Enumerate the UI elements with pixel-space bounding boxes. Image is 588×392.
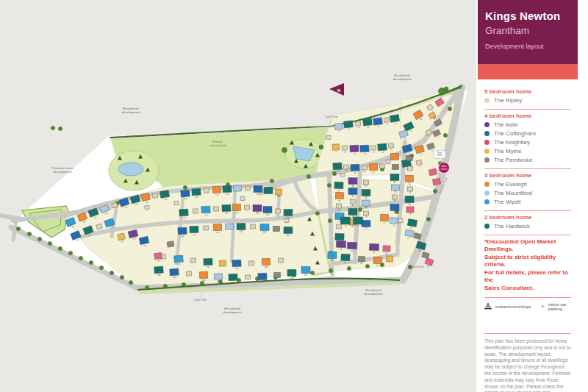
- house-type-color-dot: [484, 98, 490, 103]
- svg-text:150: 150: [181, 235, 184, 238]
- discount-note-line: *Discounted Open Market Dwellings.: [484, 238, 571, 252]
- house-plot: [284, 219, 289, 223]
- svg-text:78: 78: [392, 224, 395, 227]
- svg-text:80: 80: [340, 248, 343, 251]
- discount-note-line: Subject to strict eligibility criteria.: [484, 254, 571, 268]
- house-plot: [386, 160, 390, 164]
- legend-heading: 5 bedroom home: [484, 88, 571, 95]
- svg-text:60: 60: [337, 208, 340, 211]
- svg-text:212: 212: [207, 266, 210, 268]
- house-plot: [203, 226, 208, 230]
- house-type-color-dot: [484, 131, 490, 136]
- house-type-name: The Pembroke: [494, 157, 532, 163]
- disclaimer: This plan has been produced for home ide…: [484, 338, 571, 392]
- svg-text:53: 53: [409, 213, 412, 215]
- legend: 5 bedroom homeThe Ripley4 bedroom homeTh…: [478, 79, 578, 235]
- svg-text:208: 208: [265, 266, 268, 268]
- house-plot: [204, 188, 209, 193]
- svg-text:151: 151: [193, 233, 196, 236]
- svg-text:Cycle Path: Cycle Path: [193, 299, 206, 302]
- legend-item: The Hardwick: [484, 223, 571, 229]
- svg-text:71: 71: [365, 227, 368, 230]
- development-layout-page: 1218317164512116710827262524232221373635…: [0, 0, 588, 392]
- house-plot: [248, 261, 254, 266]
- house-type-color-dot: [484, 190, 490, 196]
- house-plot: [225, 224, 233, 229]
- svg-text:210: 210: [235, 267, 239, 270]
- svg-text:82: 82: [351, 249, 354, 252]
- house-type-name: The Aslin: [494, 121, 518, 128]
- house-plot: [233, 185, 241, 191]
- svg-text:N: N: [337, 88, 340, 93]
- svg-text:96: 96: [394, 190, 397, 193]
- house-plot: [245, 275, 250, 279]
- house-type-color-dot: [484, 224, 490, 229]
- house-type-name: The Mountford: [494, 190, 532, 196]
- house-plot: [278, 258, 283, 263]
- house-type-color-dot: [484, 157, 490, 163]
- svg-text:40: 40: [354, 171, 357, 174]
- svg-text:55: 55: [409, 191, 412, 194]
- svg-text:56: 56: [408, 182, 411, 185]
- visitor-parking-icon: +: [541, 303, 545, 310]
- house-type-color-dot: [484, 140, 490, 145]
- house-plot: [391, 154, 399, 160]
- discount-note-line: Sales Consultant.: [484, 285, 571, 292]
- svg-text:126: 126: [256, 212, 259, 215]
- house-plot: [251, 224, 256, 229]
- svg-text:138: 138: [226, 193, 229, 196]
- svg-text:143: 143: [277, 195, 281, 198]
- house-plot: [167, 241, 174, 247]
- svg-text:Potential futuredevelopment: Potential futuredevelopment: [51, 166, 74, 174]
- divider: [484, 168, 571, 169]
- house-plot: [386, 256, 392, 262]
- house-plot: [190, 258, 196, 263]
- svg-text:201: 201: [202, 279, 206, 282]
- svg-text:137: 137: [215, 193, 219, 196]
- house-plot: [193, 209, 198, 213]
- house-plot: [336, 224, 341, 229]
- sidebar-tagline: Development layout: [485, 43, 570, 50]
- svg-text:159: 159: [287, 234, 290, 237]
- house-type-name: The Wyatt: [494, 199, 520, 205]
- house-plot: [264, 187, 273, 193]
- house-type-name: The Knightley: [494, 139, 530, 146]
- svg-text:97: 97: [393, 199, 396, 202]
- legend-item: The Knightley: [484, 139, 571, 146]
- development-map: 1218317164512116710827262524232221373635…: [0, 0, 476, 392]
- svg-text:95: 95: [393, 181, 396, 184]
- svg-text:54: 54: [408, 203, 411, 206]
- legend-item: The Evelegh: [484, 181, 571, 188]
- svg-text:98: 98: [393, 211, 396, 214]
- svg-text:59: 59: [338, 199, 341, 202]
- house-plot: [213, 207, 218, 211]
- svg-text:129: 129: [225, 212, 229, 215]
- svg-text:215: 215: [177, 263, 181, 266]
- house-type-name: The Mylne: [494, 148, 521, 154]
- svg-text:67: 67: [365, 185, 368, 188]
- legend-item: The Mylne: [484, 148, 571, 154]
- svg-text:Residentialdevelopment: Residentialdevelopment: [223, 307, 242, 314]
- disclaimer-block: This plan has been produced for home ide…: [484, 328, 571, 392]
- house-type-name: The Hardwick: [494, 223, 530, 229]
- embankment-label: embankment/slope: [495, 304, 531, 309]
- svg-text:66: 66: [351, 185, 354, 188]
- svg-text:157: 157: [263, 231, 267, 234]
- legend-item: The Cottingham: [484, 130, 571, 137]
- legend-heading: 4 bedroom home: [484, 113, 571, 119]
- svg-text:62: 62: [351, 225, 354, 228]
- house-plot: [244, 205, 249, 210]
- house-type-color-dot: [484, 149, 490, 154]
- svg-text:68: 68: [365, 196, 368, 199]
- house-type-name: The Cottingham: [494, 130, 536, 137]
- svg-text:206: 206: [290, 277, 294, 279]
- svg-text:69: 69: [365, 206, 368, 209]
- embankment-icon: [484, 303, 492, 310]
- svg-text:202: 202: [217, 279, 220, 282]
- development-title: Kings Newton: [485, 10, 570, 22]
- svg-text:79: 79: [331, 259, 334, 262]
- legend-item: The Mountford: [484, 190, 571, 196]
- svg-text:203: 203: [232, 281, 235, 284]
- legend-item: The Pembroke: [484, 157, 571, 163]
- svg-text:Cycle Path: Cycle Path: [325, 115, 337, 118]
